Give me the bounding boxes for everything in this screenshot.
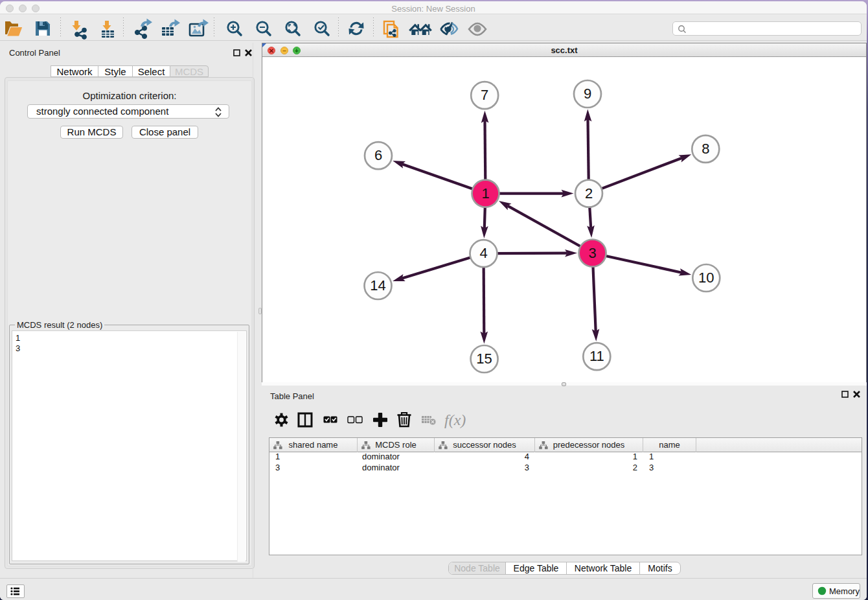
svg-text:3: 3 — [588, 245, 596, 261]
svg-text:7: 7 — [481, 87, 488, 103]
svg-text:14: 14 — [370, 277, 385, 294]
svg-text:1: 1 — [481, 185, 489, 202]
svg-text:9: 9 — [584, 86, 591, 102]
svg-text:15: 15 — [476, 351, 492, 367]
svg-text:6: 6 — [374, 147, 382, 163]
svg-text:f(x): f(x) — [444, 411, 466, 428]
svg-text:2: 2 — [585, 185, 593, 202]
svg-text:10: 10 — [698, 270, 714, 286]
svg-text:8: 8 — [702, 141, 709, 157]
svg-text:4: 4 — [479, 245, 487, 261]
svg-text:11: 11 — [589, 348, 604, 364]
